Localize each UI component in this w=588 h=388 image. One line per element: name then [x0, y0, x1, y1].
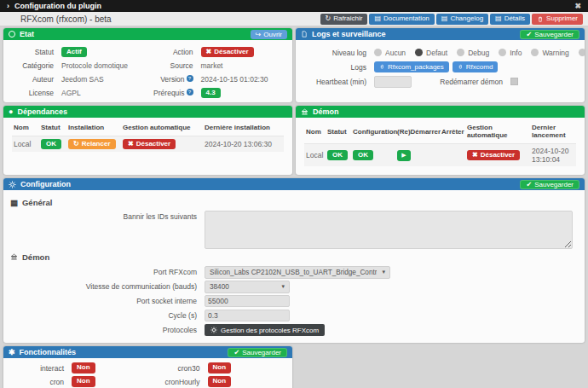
ban-ids-textarea[interactable] [205, 211, 573, 249]
changelog-button[interactable]: ▤ Changelog [436, 14, 488, 25]
log-level-error[interactable]: Error [579, 49, 585, 57]
feature-label: cron30 [148, 364, 208, 373]
info-icon[interactable]: ? [187, 75, 193, 82]
plugin-title: RFXcom (rfxcom) - beta [20, 14, 112, 24]
log-level-info[interactable]: Info [499, 49, 522, 57]
relaunch-dependencies-button[interactable]: ↻ Relancer [68, 139, 116, 149]
log-level-defaut[interactable]: Defaut [415, 49, 447, 57]
col-header: Dernier lancement [530, 119, 576, 144]
delete-button[interactable]: Supprimer [532, 14, 583, 25]
configuration-header: Configuration ✔ Sauvegarder [3, 178, 585, 190]
socket-port-input[interactable] [205, 295, 290, 307]
etat-title: Etat [20, 30, 34, 38]
baud-rate-select[interactable]: 38400 ▾ [205, 281, 290, 293]
col-header: Installation [66, 119, 121, 136]
file-icon [301, 30, 308, 38]
chevron-icon: › [7, 2, 9, 10]
source-value: market [201, 61, 223, 70]
book-icon: ▤ [495, 15, 502, 22]
save-logs-button[interactable]: ✔ Sauvegarder [520, 30, 579, 39]
cycle-input[interactable] [205, 310, 290, 321]
prerequis-label: Prérequis? [148, 89, 201, 97]
check-icon: ✔ [526, 31, 532, 38]
heartbeat-label: Heartbeat (min) [303, 78, 374, 86]
main-content: Etat ↪ Ouvrir Statut Actif Catégorie Pro… [0, 26, 588, 388]
top-bar: › Configuration du plugin ✖ [0, 0, 588, 12]
col-header: Dernière installation [203, 119, 284, 136]
check-icon: ✔ [233, 349, 239, 356]
title-buttons: ↻ Rafraichir ▤ Documentation ▤ Changelog… [320, 14, 585, 25]
disable-label: Désactiver [214, 48, 248, 56]
info-icon[interactable]: ? [187, 89, 193, 96]
row-features: ✱ Fonctionnalités ✔ Sauvegarder interact… [3, 346, 585, 388]
auteur-label: Auteur [9, 75, 61, 84]
circle-icon [9, 31, 15, 38]
book-icon: ▤ [374, 15, 381, 22]
demon-header: Démon [296, 106, 585, 118]
heartbeat-input[interactable] [374, 76, 412, 88]
disable-auto-daemon-button[interactable]: ✖ Désactiver [467, 150, 520, 160]
list-item: cronNon [12, 376, 148, 387]
manage-protocols-button[interactable]: Gestion des protocoles RFXcom [205, 324, 325, 336]
disable-auto-dependencies-button[interactable]: ✖ Désactiver [123, 139, 176, 149]
log-button-label: Rfxcom_packages [388, 63, 444, 71]
log-level-warning[interactable]: Warning [531, 49, 568, 57]
list-item: cron30Non [148, 362, 285, 374]
fonctionnalites-body: interactNon cron30Non cronNon cronHourly… [3, 358, 292, 388]
details-button[interactable]: ▤ Détails [490, 14, 530, 25]
etat-left-column: Statut Actif Catégorie Protocole domotiq… [9, 45, 148, 100]
radio-icon [457, 49, 464, 56]
save-features-button[interactable]: ✔ Sauvegarder [228, 348, 287, 357]
radio-icon [374, 49, 382, 56]
log-file-rfxcomd-button[interactable]: Rfxcomd [453, 61, 499, 72]
chevron-down-icon: ▾ [281, 283, 285, 290]
log-level-aucun[interactable]: Aucun [374, 49, 406, 57]
log-level-debug[interactable]: Debug [457, 49, 489, 57]
restart-daemon-button[interactable]: ▶ [397, 150, 411, 161]
daemon-name: Local [304, 144, 326, 167]
feature-badge: Non [208, 362, 232, 373]
log-level-label: Niveau log [303, 49, 374, 57]
list-item: interactNon [12, 362, 148, 374]
dependency-status-badge: OK [41, 139, 61, 149]
restart-daemon-checkbox[interactable] [510, 78, 518, 85]
panel-demon: Démon Nom Statut Configuration (Re)Démar… [296, 106, 585, 175]
book-icon: ▤ [441, 15, 448, 22]
last-launch-date: 2024-10-20 13:10:04 [530, 144, 576, 167]
statut-label: Statut [9, 48, 61, 56]
x-icon: ✖ [206, 48, 212, 56]
x-icon: ✖ [472, 151, 478, 159]
open-label: Ouvrir [263, 31, 282, 38]
open-button[interactable]: ↪ Ouvrir [251, 30, 287, 39]
save-configuration-button[interactable]: ✔ Sauvegarder [520, 180, 579, 189]
disable-plugin-button[interactable]: ✖ Désactiver [201, 47, 254, 57]
dependances-table: Nom Statut Installation Gestion automati… [12, 119, 284, 152]
logs-body: Niveau log Aucun Defaut Debug Info Warni… [296, 40, 585, 94]
source-label: Source [148, 61, 201, 70]
col-header: Nom [304, 119, 326, 144]
log-file-rfxcom-packages-button[interactable]: Rfxcom_packages [374, 61, 449, 72]
refresh-label: Rafraichir [333, 15, 362, 22]
radio-label: Debug [468, 49, 489, 57]
radio-selected-icon [415, 49, 423, 56]
feature-badge: Non [72, 376, 95, 386]
port-rfxcom-value: Silicon_Labs CP2102N_USB_to_UART_Bridge_… [210, 269, 377, 276]
socket-port-label: Port socket interne [10, 297, 205, 305]
documentation-button[interactable]: ▤ Documentation [369, 14, 434, 25]
protocols-label: Protocoles [10, 326, 205, 334]
feature-label: cron [12, 378, 72, 386]
refresh-button[interactable]: ↻ Rafraichir [320, 14, 368, 25]
cycle-label: Cycle (s) [10, 311, 205, 320]
play-icon: ▶ [401, 152, 406, 159]
configuration-body: ▦ Général Bannir les IDs suivants Démon … [3, 190, 585, 343]
port-rfxcom-select[interactable]: Silicon_Labs CP2102N_USB_to_UART_Bridge_… [205, 266, 390, 279]
logs-label: Logs [303, 63, 374, 72]
version-label: Version? [148, 75, 201, 84]
page-title: Configuration du plugin [14, 2, 101, 10]
action-label: Action [148, 48, 201, 56]
relaunch-label: Relancer [82, 140, 111, 148]
close-icon[interactable]: ✖ [574, 2, 581, 10]
radio-icon [499, 49, 506, 56]
port-rfxcom-label: Port RFXcom [10, 268, 205, 276]
feature-label: cronHourly [148, 378, 208, 386]
